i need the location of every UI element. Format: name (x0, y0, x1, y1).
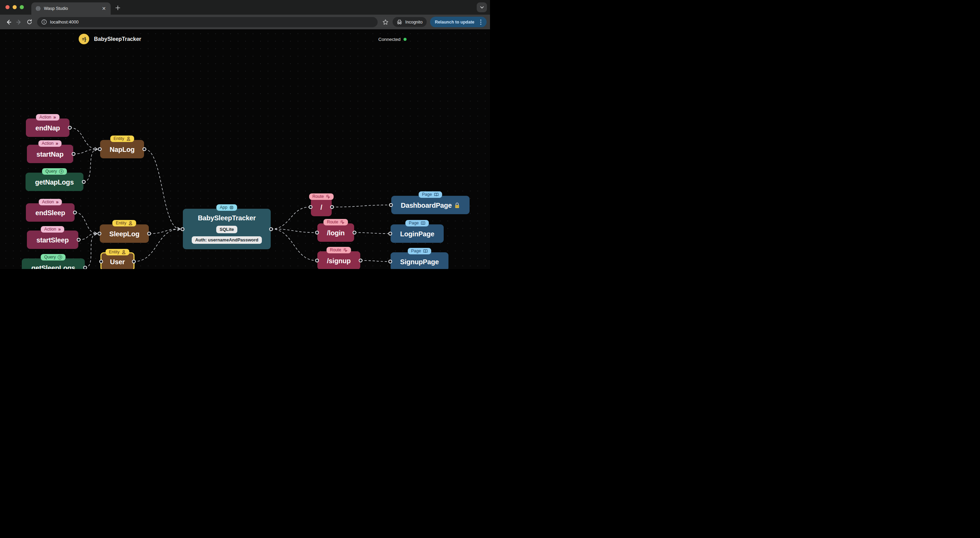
right-connection-handle[interactable] (82, 180, 86, 184)
right-connection-handle[interactable] (148, 232, 151, 236)
badge-label: Entity (116, 221, 126, 225)
left-connection-handle[interactable] (315, 259, 319, 263)
incognito-icon (397, 19, 403, 25)
tab-title: Wasp Studio (44, 6, 97, 11)
right-connection-handle[interactable] (72, 152, 75, 156)
tab-wasp-studio[interactable]: Wasp Studio ✕ (31, 2, 111, 14)
left-connection-handle[interactable] (388, 260, 392, 264)
url-text[interactable]: localhost:4000 (50, 19, 79, 24)
node-getNapLogs[interactable]: Query?getNapLogs (25, 173, 83, 191)
tab-strip: Wasp Studio ✕ (0, 0, 490, 14)
right-connection-handle[interactable] (83, 266, 87, 269)
badge-label: Action (44, 227, 56, 232)
site-info-icon[interactable] (41, 19, 47, 25)
route-badge: Route (326, 247, 351, 253)
node-name: BabySleepTracker (191, 214, 262, 222)
node-DashboardPage[interactable]: PageDashboardPage (391, 196, 469, 214)
new-tab-button[interactable] (113, 3, 122, 12)
page-badge: Page (407, 248, 431, 255)
left-connection-handle[interactable] (309, 205, 313, 209)
node-route-signup[interactable]: Route/signup (317, 251, 360, 269)
entity-badge: Entity (110, 135, 134, 142)
right-connection-handle[interactable] (359, 259, 362, 263)
node-SignupPage[interactable]: PageSignupPage (391, 252, 449, 269)
cursor-click-icon (326, 194, 330, 199)
node-SleepLog[interactable]: EntitySleepLog (100, 224, 149, 243)
relaunch-label: Relaunch to update (435, 20, 474, 24)
relaunch-to-update-button[interactable]: Relaunch to update (430, 17, 487, 27)
chevrons-right-icon: » (56, 141, 58, 146)
route-badge: Route (309, 193, 333, 200)
right-connection-handle[interactable] (68, 126, 72, 130)
app-info-pill: SQLite (216, 226, 237, 233)
maximize-window-button[interactable] (20, 5, 24, 9)
node-startNap[interactable]: Action»startNap (27, 145, 73, 163)
left-connection-handle[interactable] (388, 232, 392, 236)
right-connection-handle[interactable] (76, 238, 80, 242)
browser-window: Wasp Studio ✕ localhost:4000 (0, 0, 490, 269)
left-connection-handle[interactable] (181, 227, 185, 231)
forward-button[interactable] (14, 17, 24, 27)
action-badge: Action» (38, 199, 62, 205)
node-LoginPage[interactable]: PageLoginPage (391, 224, 444, 243)
minimize-window-button[interactable] (13, 5, 17, 9)
node-name: getSleepLogs (31, 264, 75, 269)
node-endSleep[interactable]: Action»endSleep (26, 203, 75, 222)
close-window-button[interactable] (5, 5, 10, 9)
node-startSleep[interactable]: Action»startSleep (27, 231, 78, 249)
app-badge: App (216, 204, 237, 211)
left-connection-handle[interactable] (389, 203, 393, 207)
badge-label: Route (330, 248, 341, 252)
node-name: / (320, 204, 322, 212)
connection-status-label: Connected (378, 37, 401, 42)
right-connection-handle[interactable] (353, 231, 356, 235)
close-tab-icon[interactable]: ✕ (100, 5, 107, 11)
badge-label: Action (41, 141, 54, 146)
page-badge: Page (406, 220, 429, 226)
right-connection-handle[interactable] (143, 148, 146, 151)
badge-label: Route (327, 220, 338, 224)
person-icon (126, 137, 131, 141)
node-getSleepLogs[interactable]: Query?getSleepLogs (22, 258, 85, 269)
question-circle-icon: ? (59, 169, 63, 173)
badge-label: Action (42, 199, 54, 204)
cursor-click-icon (343, 248, 348, 252)
node-route-root[interactable]: Route/ (311, 198, 332, 216)
node-name: User (110, 258, 125, 266)
connection-status-dot-icon (404, 38, 407, 41)
reload-button[interactable] (24, 17, 34, 27)
right-connection-handle[interactable] (132, 260, 135, 264)
badge-label: Page (422, 192, 432, 197)
node-User[interactable]: EntityUser (100, 252, 135, 269)
back-button[interactable] (3, 17, 13, 27)
browser-menu-kebab-icon[interactable] (477, 18, 485, 26)
right-connection-handle[interactable] (330, 205, 334, 209)
node-route-login[interactable]: Route/login (317, 223, 354, 242)
badge-label: Action (40, 115, 51, 119)
badge-label: Page (409, 221, 419, 225)
address-bar[interactable]: localhost:4000 (37, 17, 378, 27)
left-connection-handle[interactable] (98, 148, 102, 151)
open-book-icon (423, 249, 428, 253)
incognito-label: Incognito (405, 20, 423, 24)
left-connection-handle[interactable] (99, 260, 103, 264)
node-name: NapLog (110, 146, 135, 154)
bookmark-star-icon[interactable] (380, 17, 390, 27)
chevrons-right-icon: » (58, 227, 61, 232)
badge-label: App (220, 205, 227, 210)
node-name: startNap (37, 151, 64, 158)
node-App[interactable]: AppBabySleepTrackerSQLiteAuth: usernameA… (183, 209, 271, 249)
node-name: DashboardPage (401, 202, 460, 209)
query-badge: Query? (42, 168, 67, 175)
right-connection-handle[interactable] (73, 211, 77, 215)
action-badge: Action» (41, 226, 64, 232)
right-connection-handle[interactable] (269, 227, 273, 231)
person-icon (122, 250, 126, 255)
node-endNap[interactable]: Action»endNap (26, 118, 70, 137)
node-NapLog[interactable]: EntityNapLog (100, 140, 144, 158)
left-connection-handle[interactable] (98, 232, 102, 236)
tab-search-button[interactable] (477, 2, 487, 12)
wasp-studio-canvas[interactable]: =} BabySleepTracker Connected Action»end… (0, 29, 490, 269)
left-connection-handle[interactable] (315, 231, 319, 235)
entity-badge: Entity (112, 220, 136, 226)
